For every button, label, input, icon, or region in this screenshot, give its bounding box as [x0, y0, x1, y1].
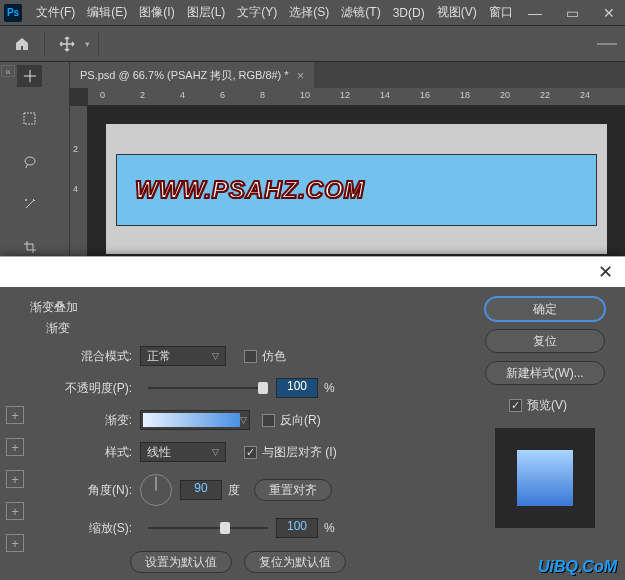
banner-text: WWW.PSAHZ.COM: [135, 176, 365, 204]
watermark: UiBQ.CoM: [538, 558, 617, 576]
svg-rect-0: [24, 113, 35, 124]
svg-point-1: [25, 157, 35, 165]
angle-input[interactable]: 90: [180, 480, 222, 500]
reset-default-button[interactable]: 复位为默认值: [244, 551, 346, 573]
expand-icon[interactable]: «: [1, 65, 15, 77]
add-effect-button[interactable]: +: [6, 534, 24, 552]
scale-slider[interactable]: [148, 520, 268, 536]
menu-edit[interactable]: 编辑(E): [81, 4, 133, 21]
style-dropdown[interactable]: 线性▽: [140, 442, 226, 462]
divider: [98, 32, 99, 56]
effect-list-buttons: + + + + +: [6, 406, 24, 552]
preview-box: [495, 428, 595, 528]
tab-close-icon[interactable]: ×: [297, 68, 305, 83]
opacity-slider[interactable]: [148, 380, 268, 396]
preview-checkbox[interactable]: [509, 399, 522, 412]
scale-input[interactable]: 100: [276, 518, 318, 538]
set-default-button[interactable]: 设置为默认值: [130, 551, 232, 573]
dialog-titlebar: ✕: [0, 257, 625, 287]
reverse-checkbox[interactable]: [262, 414, 275, 427]
dropdown-caret-icon[interactable]: ▾: [85, 39, 90, 49]
preview-label: 预览(V): [527, 397, 567, 414]
style-label: 样式:: [12, 444, 140, 461]
reverse-label: 反向(R): [280, 412, 321, 429]
unit-percent: %: [324, 381, 335, 395]
align-checkbox[interactable]: [244, 446, 257, 459]
dither-checkbox[interactable]: [244, 350, 257, 363]
add-effect-button[interactable]: +: [6, 438, 24, 456]
maximize-button[interactable]: ▭: [560, 5, 585, 21]
unit-degree: 度: [228, 482, 240, 499]
menu-view[interactable]: 视图(V): [431, 4, 483, 21]
layer-style-dialog: ✕ 渐变叠加 渐变 混合模式: 正常▽ 仿色 不透明度(P): 100 %: [0, 256, 625, 580]
chevron-down-icon: ▽: [240, 415, 247, 425]
chevron-down-icon: ▽: [212, 447, 219, 457]
divider: [44, 32, 45, 56]
unit-percent: %: [324, 521, 335, 535]
menu-type[interactable]: 文字(Y): [231, 4, 283, 21]
dialog-close-icon[interactable]: ✕: [598, 261, 613, 283]
svg-point-2: [25, 199, 27, 201]
canvas: WWW.PSAHZ.COM: [106, 124, 607, 254]
section-title: 渐变叠加: [30, 299, 463, 316]
dither-label: 仿色: [262, 348, 286, 365]
add-effect-button[interactable]: +: [6, 502, 24, 520]
align-label: 与图层对齐 (I): [262, 444, 337, 461]
tab-title: PS.psd @ 66.7% (PSAHZ 拷贝, RGB/8#) *: [80, 68, 289, 83]
chevron-down-icon: ▽: [212, 351, 219, 361]
ruler-horizontal: 0 2 4 6 8 10 12 14 16 18 20 22 24: [88, 88, 625, 106]
menu-filter[interactable]: 滤镜(T): [335, 4, 386, 21]
new-style-button[interactable]: 新建样式(W)...: [485, 361, 605, 385]
menu-file[interactable]: 文件(F): [30, 4, 81, 21]
home-icon[interactable]: [8, 30, 36, 58]
add-effect-button[interactable]: +: [6, 406, 24, 424]
marquee-tool[interactable]: [17, 108, 42, 130]
lasso-tool[interactable]: [17, 151, 42, 173]
menu-select[interactable]: 选择(S): [283, 4, 335, 21]
banner-layer: WWW.PSAHZ.COM: [116, 154, 597, 226]
menu-3d[interactable]: 3D(D): [387, 6, 431, 20]
options-bar: ▾: [0, 26, 625, 62]
ok-button[interactable]: 确定: [485, 297, 605, 321]
scale-label: 缩放(S):: [12, 520, 140, 537]
gradient-swatch: [143, 413, 240, 427]
opacity-label: 不透明度(P):: [12, 380, 140, 397]
gradient-picker[interactable]: ▽: [140, 410, 250, 430]
window-controls: — ▭ ✕: [522, 5, 621, 21]
menu-layer[interactable]: 图层(L): [181, 4, 232, 21]
panel-collapse-icon[interactable]: [597, 43, 617, 45]
close-button[interactable]: ✕: [597, 5, 621, 21]
move-tool-icon[interactable]: [53, 30, 81, 58]
menu-window[interactable]: 窗口: [483, 4, 519, 21]
ps-logo: Ps: [4, 4, 22, 22]
app-menu-bar: Ps 文件(F) 编辑(E) 图像(I) 图层(L) 文字(Y) 选择(S) 滤…: [0, 0, 625, 26]
magic-wand-tool[interactable]: [17, 193, 42, 215]
document-tabs: PS.psd @ 66.7% (PSAHZ 拷贝, RGB/8#) * ×: [70, 62, 625, 88]
reset-align-button[interactable]: 重置对齐: [254, 479, 332, 501]
angle-label: 角度(N):: [12, 482, 140, 499]
move-tool[interactable]: [17, 65, 42, 87]
subsection-title: 渐变: [46, 320, 463, 337]
crop-tool[interactable]: [17, 236, 42, 258]
blend-mode-dropdown[interactable]: 正常▽: [140, 346, 226, 366]
cancel-button[interactable]: 复位: [485, 329, 605, 353]
menu-image[interactable]: 图像(I): [133, 4, 180, 21]
blend-mode-label: 混合模式:: [12, 348, 140, 365]
add-effect-button[interactable]: +: [6, 470, 24, 488]
document-tab[interactable]: PS.psd @ 66.7% (PSAHZ 拷贝, RGB/8#) * ×: [70, 62, 314, 88]
minimize-button[interactable]: —: [522, 5, 548, 21]
opacity-input[interactable]: 100: [276, 378, 318, 398]
angle-dial[interactable]: [140, 474, 172, 506]
preview-swatch: [517, 450, 573, 506]
gradient-label: 渐变:: [12, 412, 140, 429]
